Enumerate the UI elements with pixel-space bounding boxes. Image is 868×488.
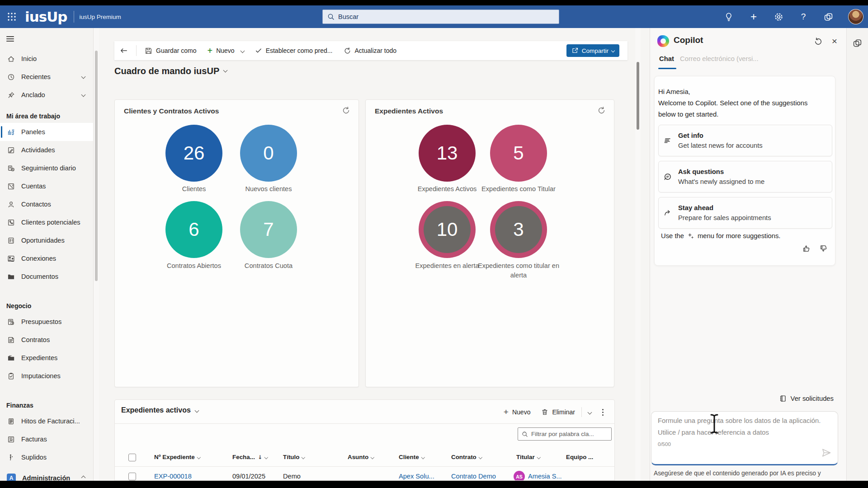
column-header-titulo[interactable]: Título xyxy=(283,454,305,460)
set-default-button[interactable]: Establecer como pred... xyxy=(250,41,338,60)
sidebar-item-seguimiento-diario[interactable]: Seguimiento diario xyxy=(0,159,93,177)
chart-card-clientes-contratos: Clientes y Contratos Activos 26 Clientes… xyxy=(114,99,359,387)
column-header-asunto[interactable]: Asunto xyxy=(348,454,374,460)
sidebar-item-label: Inicio xyxy=(21,55,37,62)
chevron-down-icon xyxy=(81,75,86,79)
sidebar-item-documentos[interactable]: Documentos xyxy=(0,267,93,286)
sidebar-item-cuentas[interactable]: Cuentas xyxy=(0,177,93,195)
sidebar-item-hitos-facturacion[interactable]: Hitos de Facturaci... xyxy=(0,412,93,430)
refresh-icon[interactable] xyxy=(597,106,606,117)
copilot-input[interactable]: Formule una pregunta sobre los datos de … xyxy=(651,411,838,465)
chevron-down-icon xyxy=(240,48,245,53)
search-input[interactable] xyxy=(338,13,537,20)
suggestion-ask-questions[interactable]: Ask questions What's newly assigned to m… xyxy=(658,161,832,192)
kpi-circle-contratos-cuota[interactable]: 7 xyxy=(240,201,297,258)
kpi-circle-contratos-abiertos[interactable]: 6 xyxy=(165,201,222,258)
sidebar-item-expedientes[interactable]: Expedientes xyxy=(0,349,93,367)
tab-correo-electronico[interactable]: Correo electrónico (versi... xyxy=(680,55,759,62)
app-launcher-waffle-icon[interactable] xyxy=(4,9,19,24)
kpi-circle-titular-alerta[interactable]: 3 xyxy=(490,201,547,258)
help-icon[interactable]: ? xyxy=(798,12,808,22)
sitemap-sidebar: Inicio Recientes Anclado Mi área de trab… xyxy=(0,28,94,481)
global-search[interactable] xyxy=(322,9,559,24)
view-requests-button[interactable]: Ver solicitudes xyxy=(779,395,834,402)
share-button[interactable]: Compartir xyxy=(566,44,619,57)
sidebar-item-recientes[interactable]: Recientes xyxy=(0,68,93,86)
kpi-circle-expedientes-alerta[interactable]: 10 xyxy=(419,201,476,258)
collapse-sitemap-button[interactable] xyxy=(0,28,93,50)
redo-arrow-icon xyxy=(664,209,672,217)
table-row[interactable]: EXP-000018 09/01/2025 Demo Apex Solu... … xyxy=(115,466,615,481)
sidebar-item-conexiones[interactable]: Conexiones xyxy=(0,249,93,267)
copilot-toggle-icon[interactable] xyxy=(823,12,833,22)
area-switcher-administracion[interactable]: A Administración xyxy=(0,469,93,481)
user-avatar[interactable] xyxy=(848,9,863,24)
copilot-close-icon[interactable]: × xyxy=(830,37,839,46)
suggestion-get-info[interactable]: Get info Get latest news for accounts xyxy=(658,125,832,156)
back-button[interactable] xyxy=(114,41,133,60)
grid-filter[interactable] xyxy=(518,427,612,441)
main-scrollbar-thumb[interactable] xyxy=(637,62,639,130)
sidebar-item-imputaciones[interactable]: Imputaciones xyxy=(0,367,93,385)
kpi-label: Expedientes como Titular xyxy=(471,184,566,194)
refresh-all-button[interactable]: Actualizar todo xyxy=(338,41,402,60)
dashboard-title[interactable]: Cuadro de mando iusUP xyxy=(114,66,227,76)
gear-icon[interactable] xyxy=(774,12,783,22)
sidebar-item-suplidos[interactable]: Suplidos xyxy=(0,448,93,466)
cell-cliente-link[interactable]: Apex Solu... xyxy=(399,473,434,480)
sidebar-item-facturas[interactable]: Facturas xyxy=(0,430,93,448)
sidebar-item-contratos[interactable]: Contratos xyxy=(0,331,93,349)
column-header-contrato[interactable]: Contrato xyxy=(451,454,481,460)
new-button[interactable]: + Nuevo xyxy=(202,41,249,60)
select-all-checkbox[interactable] xyxy=(128,454,136,461)
column-header-fecha[interactable]: Fecha...↓ xyxy=(232,454,267,460)
suggestion-stay-ahead[interactable]: Stay ahead Prepare for sales appointment… xyxy=(658,197,832,229)
grid-filter-input[interactable] xyxy=(531,431,604,437)
cell-contrato-link[interactable]: Contrato Demo xyxy=(451,473,496,480)
cell-titular-link[interactable]: Amesia S... xyxy=(528,473,562,480)
grid-overflow-menu[interactable] xyxy=(598,407,608,418)
send-icon[interactable] xyxy=(821,448,831,460)
top-navigation-bar: iusUp iusUp Premium + ? xyxy=(0,5,868,28)
row-checkbox[interactable] xyxy=(128,473,136,480)
thumbs-down-icon[interactable] xyxy=(820,244,828,253)
thumbs-up-icon[interactable] xyxy=(802,244,811,253)
quick-create-plus-icon[interactable]: + xyxy=(749,12,759,22)
save-as-label: Guardar como xyxy=(156,47,196,54)
kpi-circle-clientes[interactable]: 26 xyxy=(165,125,222,182)
column-header-equipo[interactable]: Equipo ... xyxy=(566,454,593,460)
sidebar-item-label: Seguimiento diario xyxy=(21,164,76,172)
rail-copilot-icon[interactable] xyxy=(851,36,864,50)
kpi-circle-expedientes-titular[interactable]: 5 xyxy=(490,125,547,182)
main-scrollbar[interactable] xyxy=(635,28,641,481)
copilot-panel: Copilot × Chat Correo electrónico (versi… xyxy=(650,28,846,481)
brand-logo[interactable]: iusUp xyxy=(25,9,67,25)
grid-title[interactable]: Expedientes activos xyxy=(121,406,198,414)
sidebar-item-contactos[interactable]: Contactos xyxy=(0,195,93,213)
tab-chat[interactable]: Chat xyxy=(659,55,674,62)
refresh-icon[interactable] xyxy=(342,106,350,117)
column-header-titular[interactable]: Titular xyxy=(516,454,540,460)
sidebar-item-clientes-potenciales[interactable]: Clientes potenciales xyxy=(0,213,93,231)
sidebar-item-anclado[interactable]: Anclado xyxy=(0,86,93,104)
column-header-expediente[interactable]: Nº Expediente xyxy=(154,454,200,460)
kpi-circle-expedientes-activos[interactable]: 13 xyxy=(419,125,476,182)
sidebar-scrollbar-thumb[interactable] xyxy=(95,51,98,281)
lightbulb-icon[interactable] xyxy=(724,12,734,22)
copilot-refresh-icon[interactable] xyxy=(814,37,823,46)
sidebar-scrollbar[interactable] xyxy=(94,28,99,481)
grid-delete-button[interactable]: Eliminar xyxy=(537,406,580,418)
column-header-cliente[interactable]: Cliente xyxy=(399,454,424,460)
sidebar-item-actividades[interactable]: Actividades xyxy=(0,141,93,159)
sidebar-item-paneles[interactable]: Paneles xyxy=(0,123,93,141)
kpi-circle-nuevos-clientes[interactable]: 0 xyxy=(240,125,297,182)
sidebar-item-presupuestos[interactable]: Presupuestos xyxy=(0,313,93,331)
grid-more-chevron[interactable] xyxy=(584,408,596,417)
grid-new-button[interactable]: + Nuevo xyxy=(499,404,535,420)
save-as-button[interactable]: Guardar como xyxy=(139,41,202,60)
letterbox-bottom xyxy=(0,481,868,488)
cell-expediente-link[interactable]: EXP-000018 xyxy=(154,473,192,480)
dashboard-icon xyxy=(7,128,15,136)
sidebar-item-inicio[interactable]: Inicio xyxy=(0,50,93,68)
sidebar-item-oportunidades[interactable]: Oportunidades xyxy=(0,231,93,249)
